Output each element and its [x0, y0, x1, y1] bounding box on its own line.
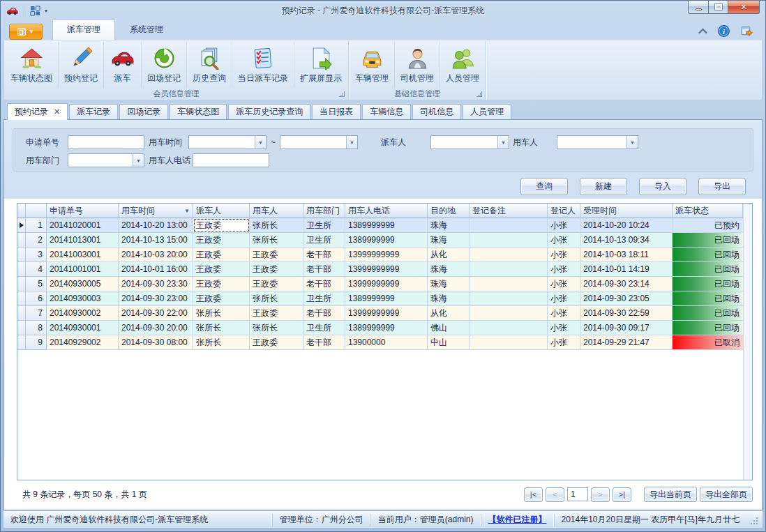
chevron-down-icon[interactable]: ▼	[497, 136, 509, 149]
cell-use-time[interactable]: 2014-09-30 22:00	[119, 306, 193, 321]
cell-registrar[interactable]: 小张	[548, 306, 580, 321]
cell-destination[interactable]: 中山	[428, 335, 470, 350]
use-time-to-combo[interactable]: ▼	[280, 135, 358, 149]
cell-destination[interactable]: 佛山	[428, 321, 470, 335]
ribbon-button-history-search[interactable]: 历史查询	[187, 42, 232, 88]
document-tab-车辆状态图[interactable]: 车辆状态图	[170, 104, 227, 119]
cell-user[interactable]: 王政委	[250, 335, 303, 350]
cell-accept-time[interactable]: 2014-09-30 22:59	[580, 306, 673, 321]
cell-remark[interactable]	[470, 277, 548, 291]
status-badge[interactable]: 已预约	[673, 218, 743, 233]
cell-dept[interactable]: 老干部	[303, 306, 345, 321]
document-tab-车辆信息[interactable]: 车辆信息	[362, 104, 411, 119]
export-all-pages-button[interactable]: 导出全部页	[700, 487, 753, 502]
chevron-down-icon[interactable]: ▼	[346, 136, 357, 149]
cell-dept[interactable]: 卫生所	[303, 218, 345, 233]
dept-combo[interactable]: ▼	[68, 153, 144, 167]
cell-remark[interactable]	[470, 233, 548, 248]
next-page-button[interactable]: >	[591, 487, 610, 502]
close-button[interactable]: ✕	[728, 1, 760, 14]
cell-remark[interactable]	[470, 321, 548, 335]
cell-registrar[interactable]: 小张	[548, 321, 580, 335]
cell-dispatcher[interactable]: 王政委	[193, 218, 250, 233]
cell-dept[interactable]: 卫生所	[303, 291, 345, 306]
cell-dispatcher[interactable]: 王政委	[193, 233, 250, 248]
query-button[interactable]: 查询	[520, 178, 568, 195]
cell-accept-time[interactable]: 2014-10-20 10:24	[580, 218, 673, 233]
cell-dept[interactable]: 卫生所	[303, 321, 345, 335]
status-badge[interactable]: 已取消	[673, 335, 743, 350]
cell-phone[interactable]: 13999999999	[345, 248, 428, 262]
tab-close-icon[interactable]: ✕	[54, 108, 60, 115]
cell-dispatcher[interactable]: 张所长	[193, 335, 250, 350]
application-menu-button[interactable]: ▼	[9, 24, 43, 40]
cell-user[interactable]: 王政委	[250, 306, 303, 321]
vertical-scrollbar[interactable]	[743, 204, 752, 480]
phone-input[interactable]	[193, 153, 269, 167]
column-header-status[interactable]: 派车状态	[673, 204, 743, 218]
cell-accept-time[interactable]: 2014-10-13 09:34	[580, 233, 673, 248]
chevron-down-icon[interactable]: ▼	[255, 136, 266, 149]
cell-accept-time[interactable]: 2014-10-03 18:11	[580, 248, 673, 262]
table-row[interactable]: 1201410200012014-10-20 13:00王政委张所长卫生所138…	[17, 218, 743, 233]
info-icon[interactable]: i	[718, 25, 730, 37]
document-tab-当日报表[interactable]: 当日报表	[312, 104, 361, 119]
cell-dept[interactable]: 卫生所	[303, 233, 345, 248]
column-header-remark[interactable]: 登记备注	[470, 204, 548, 218]
cell-remark[interactable]	[470, 218, 548, 233]
cell-order-no[interactable]: 20141001001	[47, 262, 119, 277]
use-time-from-input[interactable]	[189, 136, 255, 149]
cell-order-no[interactable]: 20141020001	[47, 218, 119, 233]
status-badge[interactable]: 已回场	[673, 321, 743, 335]
ribbon-tab-派车管理[interactable]: 派车管理	[52, 20, 115, 40]
cell-accept-time[interactable]: 2014-10-01 14:19	[580, 262, 673, 277]
dispatcher-input[interactable]	[431, 136, 497, 149]
cell-dispatcher[interactable]: 王政委	[193, 248, 250, 262]
cell-phone[interactable]: 1389999999	[345, 321, 428, 335]
cell-use-time[interactable]: 2014-09-30 23:00	[119, 291, 193, 306]
cell-dept[interactable]: 老干部	[303, 335, 345, 350]
column-header-order_no[interactable]: 申请单号	[47, 204, 119, 218]
export-button[interactable]: 导出	[698, 178, 746, 195]
chevron-down-icon[interactable]: ▼	[626, 136, 638, 149]
table-row[interactable]: 8201409300012014-09-30 20:00张所长张所长卫生所138…	[17, 321, 743, 335]
cell-phone[interactable]: 13900000	[345, 335, 428, 350]
table-row[interactable]: 4201410010012014-10-01 16:00王政委王政委老干部139…	[17, 262, 743, 277]
ribbon-button-extend-screen[interactable]: 扩展屏显示	[294, 42, 347, 88]
status-badge[interactable]: 已回场	[673, 277, 743, 291]
cell-dispatcher[interactable]: 张所长	[193, 321, 250, 335]
cell-user[interactable]: 张所长	[250, 233, 303, 248]
ribbon-button-checklist[interactable]: 当日派车记录	[232, 42, 294, 88]
cell-use-time[interactable]: 2014-10-03 20:00	[119, 248, 193, 262]
status-badge[interactable]: 已回场	[673, 306, 743, 321]
cell-registrar[interactable]: 小张	[548, 248, 580, 262]
cell-registrar[interactable]: 小张	[548, 277, 580, 291]
cell-order-no[interactable]: 20140930001	[47, 321, 119, 335]
user-combo[interactable]: ▼	[557, 135, 638, 149]
cell-dept[interactable]: 老干部	[303, 248, 345, 262]
status-badge[interactable]: 已回场	[673, 291, 743, 306]
cell-order-no[interactable]: 20141013001	[47, 233, 119, 248]
ribbon-button-house[interactable]: 车辆状态图	[5, 42, 59, 88]
dialog-launcher-icon[interactable]	[339, 91, 345, 97]
column-header-user[interactable]: 用车人	[250, 204, 303, 218]
ribbon-button-pencil[interactable]: 预约登记	[59, 42, 104, 88]
cell-user[interactable]: 王政委	[250, 248, 303, 262]
cell-accept-time[interactable]: 2014-09-30 09:17	[580, 321, 673, 335]
cell-phone[interactable]: 13999999999	[345, 277, 428, 291]
status-badge[interactable]: 已回场	[673, 248, 743, 262]
ribbon-collapse-icon[interactable]	[698, 26, 707, 36]
use-time-to-input[interactable]	[280, 136, 346, 149]
cell-remark[interactable]	[470, 306, 548, 321]
cell-order-no[interactable]: 20140930005	[47, 277, 119, 291]
cell-dispatcher[interactable]: 张所长	[193, 306, 250, 321]
table-row[interactable]: 7201409300022014-09-30 22:00张所长王政委老干部139…	[17, 306, 743, 321]
document-tab-回场记录[interactable]: 回场记录	[119, 104, 168, 119]
dialog-launcher-icon[interactable]	[476, 91, 482, 97]
cell-dispatcher[interactable]: 王政委	[193, 262, 250, 277]
cell-registrar[interactable]: 小张	[548, 291, 580, 306]
dept-input[interactable]	[68, 154, 133, 167]
cell-destination[interactable]: 珠海	[428, 291, 470, 306]
user-input[interactable]	[557, 136, 626, 149]
create-button[interactable]: 新建	[580, 178, 627, 195]
